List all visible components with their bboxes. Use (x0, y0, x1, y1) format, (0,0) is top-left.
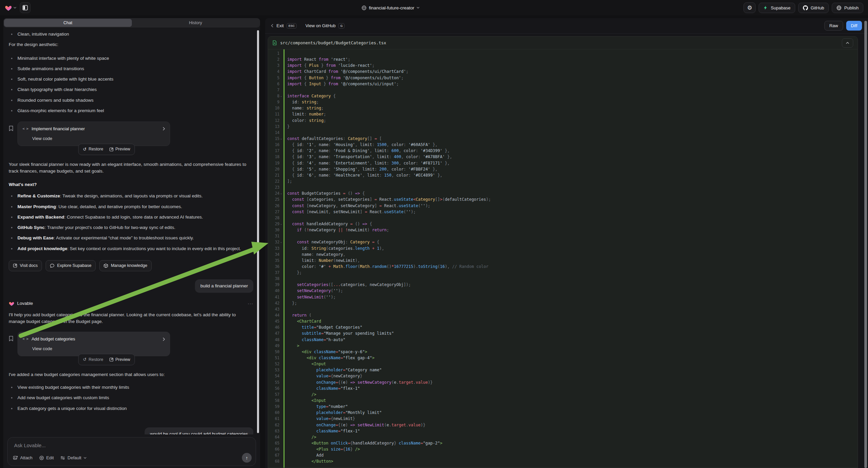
user-message-bubble: would be cool if you could add budget ca… (145, 428, 253, 434)
code-line: 16 { id: '1', name: 'Housing', limit: 15… (268, 142, 858, 148)
chat-bullet: Add new budget categories with custom li… (9, 394, 253, 401)
code-editor[interactable]: 12import React from 'react';3import { Pl… (268, 49, 858, 468)
restore-button[interactable]: ↺ Restore (83, 356, 103, 363)
chat-bullet: Subtle animations and transitions (9, 65, 253, 72)
diff-added-gutter (283, 49, 284, 468)
sliders-icon (60, 456, 65, 460)
file-added-icon (273, 40, 277, 45)
tab-chat[interactable]: Chat (4, 19, 132, 27)
code-brackets-icon: < > (23, 337, 28, 342)
publish-button[interactable]: Publish (832, 3, 863, 13)
project-selector[interactable]: financial-future-creator (362, 0, 420, 16)
code-line: 64 /> (268, 434, 858, 440)
code-line: 40 setNewCategory(''); (268, 288, 858, 294)
chevron-down-icon (84, 457, 87, 459)
settings-button[interactable]: ⚙ (744, 2, 755, 13)
code-line: 63 className="flex-1" (268, 428, 858, 434)
code-line: 3import { Plus } from 'lucide-react'; (268, 62, 858, 68)
version-card-title: Add budget categories (32, 336, 75, 343)
chat-bullet: Debug with Ease: Activate our experiment… (9, 235, 253, 241)
chat-scrollbar[interactable] (257, 30, 259, 433)
code-line: 8⌄interface Category { (268, 93, 858, 99)
chat-input-placeholder: Ask Lovable... (14, 442, 45, 448)
restore-icon: ↺ (83, 356, 87, 363)
code-line: 30 if (!newCategory || !newLimit) return… (268, 227, 858, 233)
chat-bullet: Each category gets a unique color for vi… (9, 405, 253, 412)
target-circle-icon (39, 456, 44, 460)
chevron-left-icon (271, 24, 274, 28)
code-line: 14 (268, 129, 858, 136)
bookmark-icon[interactable] (9, 336, 13, 342)
code-line: 36 color: '#' + Math.floor(Math.random()… (268, 264, 858, 270)
code-line: 50 <div className="space-y-6"> (268, 349, 858, 355)
bookmark-icon[interactable] (9, 125, 13, 131)
supabase-button[interactable]: Supabase (758, 3, 795, 13)
attach-button[interactable]: Attach (13, 455, 33, 460)
message-menu-icon[interactable]: ··· (248, 300, 253, 307)
code-line: 47 subtitle="Manage your spending limits… (268, 330, 858, 337)
restore-button[interactable]: ↺ Restore (83, 146, 103, 153)
exit-button[interactable]: Exit ESC (271, 23, 297, 29)
github-octocat-icon (803, 5, 808, 10)
code-line: 58 <Input (268, 398, 858, 404)
code-scrollbar[interactable] (864, 21, 867, 468)
lovable-heart-icon (5, 4, 12, 11)
code-line: 61 value={newLimit} (268, 416, 858, 422)
supabase-label: Supabase (771, 5, 790, 10)
chat-bullet: Clean, intuitive navigation (9, 31, 253, 38)
view-code-link[interactable]: View code (32, 135, 165, 142)
manage-knowledge-button[interactable]: Manage knowledge (99, 260, 151, 271)
code-line: 15⌄const defaultCategories: Category[] =… (268, 136, 858, 142)
code-line: 5import { Button } from '@/components/ui… (268, 75, 858, 81)
sidebar-toggle-button[interactable] (20, 2, 31, 13)
edit-mode-button[interactable]: Edit (39, 455, 54, 460)
code-line: 43 (268, 306, 858, 312)
preview-button[interactable]: Preview (110, 356, 130, 363)
collapse-file-button[interactable] (842, 38, 853, 48)
user-message-bubble: build a financial planner (195, 279, 253, 293)
chat-paragraph: For the design aesthetic: (9, 41, 253, 48)
version-card-add-budget-categories[interactable]: < > Add budget categories View code (18, 332, 170, 356)
raw-toggle-button[interactable]: Raw (825, 21, 843, 31)
code-line: 35 limit: Number(newLimit), (268, 258, 858, 264)
visit-docs-button[interactable]: Visit docs (9, 260, 42, 271)
code-line: 1 (268, 50, 858, 56)
chevron-right-icon[interactable] (163, 338, 165, 341)
code-line: 23 (268, 184, 858, 191)
code-line: 55 onChange={(e) => setNewCategory(e.tar… (268, 379, 858, 385)
chat-bullet: Expand with Backend: Connect Supabase to… (9, 214, 253, 221)
sidebar-left-icon (23, 5, 28, 10)
code-line: 6import { Input } from '@/components/ui/… (268, 81, 858, 87)
view-code-link[interactable]: View code (32, 346, 165, 352)
app-window: financial-future-creator ⚙ Supabase GitH… (0, 0, 868, 468)
lovable-logo-menu[interactable] (5, 4, 17, 11)
code-line: 52 <Input (268, 361, 858, 367)
diff-toggle-button[interactable]: Diff (846, 21, 862, 31)
preview-button[interactable]: Preview (110, 146, 130, 152)
top-bar: financial-future-creator ⚙ Supabase GitH… (0, 0, 868, 16)
chat-input-box[interactable]: Ask Lovable... Attach Edit Default (7, 437, 256, 466)
g-key-badge: G (338, 23, 345, 29)
view-on-github-button[interactable]: View on GitHub G (305, 23, 345, 29)
explore-supabase-button[interactable]: Explore Supabase (45, 260, 96, 271)
code-line: 20 { id: '5', name: 'Shopping', limit: 2… (268, 166, 858, 172)
chat-bullet: Minimalist interface with plenty of whit… (9, 55, 253, 62)
chat-bullet: GitHub Sync: Transfer your project's cod… (9, 224, 253, 231)
code-line: 13} (268, 123, 858, 129)
chevron-right-icon[interactable] (163, 127, 165, 130)
github-button[interactable]: GitHub (798, 3, 829, 13)
chat-paragraph: I've added a new budget categories manag… (9, 371, 253, 378)
file-diff-card: src/components/budget/BudgetCategories.t… (268, 36, 858, 468)
version-card-implement-financial-planner[interactable]: < > Implement financial planner View cod… (18, 121, 170, 146)
project-name: financial-future-creator (369, 5, 414, 10)
code-line: 11 limit: number; (268, 111, 858, 117)
chat-scroll-area[interactable]: Clean, intuitive navigation For the desi… (3, 28, 260, 434)
code-line: 4import ChartCard from '@/components/ui/… (268, 68, 858, 75)
tab-history[interactable]: History (132, 19, 260, 27)
external-link-icon (110, 147, 114, 151)
model-selector[interactable]: Default (60, 455, 87, 460)
send-button[interactable]: ↑ (242, 453, 252, 463)
code-line: 48 className="h-auto" (268, 337, 858, 343)
code-line: 26 const [newCategory, setNewCategory] =… (268, 203, 858, 209)
file-header[interactable]: src/components/budget/BudgetCategories.t… (268, 37, 858, 49)
